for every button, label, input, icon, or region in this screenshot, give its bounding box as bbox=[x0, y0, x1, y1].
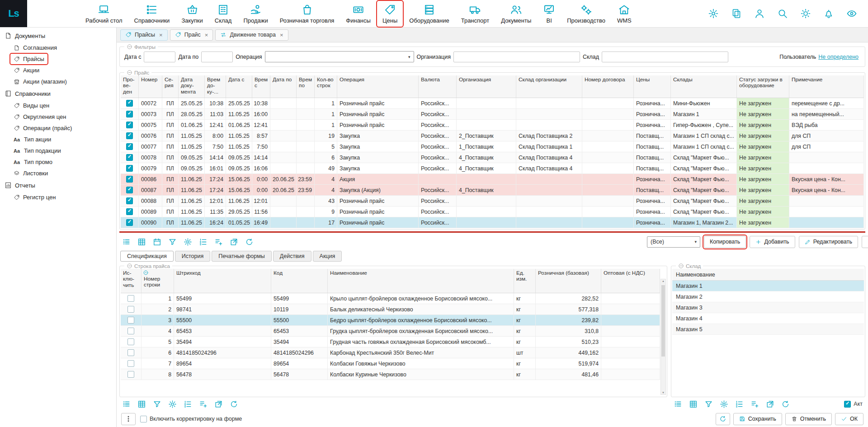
user-not-defined-link[interactable]: Не определено bbox=[818, 54, 859, 60]
nav-item-catalog[interactable]: Справочники bbox=[129, 1, 175, 26]
price-row-checkbox[interactable] bbox=[126, 187, 133, 193]
price-column-header[interactable]: Организация bbox=[457, 75, 516, 98]
detail-tab-4[interactable]: Акция bbox=[313, 251, 342, 262]
price-column-header[interactable]: Врем с bbox=[252, 75, 270, 98]
search-button[interactable] bbox=[777, 8, 788, 19]
eye-button[interactable] bbox=[846, 8, 857, 19]
price-row-checkbox[interactable] bbox=[126, 100, 133, 107]
sidebar-item-1-0[interactable]: Виды цен bbox=[0, 100, 116, 111]
ok-button[interactable]: ОК bbox=[835, 413, 863, 425]
price-column-header[interactable]: Склад организации bbox=[516, 75, 582, 98]
date-to-input[interactable] bbox=[201, 52, 233, 62]
sidebar-group-2[interactable]: Отчеты bbox=[0, 179, 116, 192]
sidebar-item-0-1[interactable]: Прайсы bbox=[0, 53, 116, 65]
warehouse-row[interactable]: Магазин 1 bbox=[672, 281, 864, 291]
sidebar-item-0-3[interactable]: Акции (магазин) bbox=[0, 76, 116, 87]
nav-item-desktop[interactable]: Рабочий стол bbox=[80, 1, 127, 26]
sidebar-item-1-6[interactable]: Листовки bbox=[0, 168, 116, 179]
table-grid-button[interactable] bbox=[689, 400, 698, 408]
price-column-header[interactable]: Кол-во строк bbox=[315, 75, 337, 98]
price-row-checkbox[interactable] bbox=[126, 176, 133, 183]
collapse-icon[interactable] bbox=[127, 44, 132, 50]
open-external-button[interactable] bbox=[230, 238, 238, 246]
sidebar-group-0[interactable]: Документы bbox=[0, 29, 116, 42]
nav-item-equipment[interactable]: Оборудование bbox=[404, 1, 454, 26]
spec-row[interactable]: 53549435494Грудная часть говяжья охлажде… bbox=[121, 337, 660, 347]
spec-row-checkbox[interactable] bbox=[127, 349, 134, 356]
add-row-button[interactable] bbox=[214, 238, 223, 246]
adjust-on-form-checkbox-input[interactable] bbox=[140, 416, 147, 422]
price-row[interactable]: 00075ПЛ01.06.2512:4101.06.2512:411Рознич… bbox=[121, 120, 864, 131]
collapse-icon[interactable] bbox=[127, 263, 132, 269]
spec-row-checkbox[interactable] bbox=[127, 360, 134, 367]
organization-input[interactable] bbox=[453, 52, 580, 62]
calendar-button[interactable] bbox=[153, 238, 161, 246]
close-tab-icon[interactable]: × bbox=[159, 32, 163, 38]
price-row-checkbox[interactable] bbox=[126, 219, 133, 226]
nav-item-price-tag[interactable]: Цены bbox=[377, 1, 402, 26]
spec-column-header[interactable]: Ис- клю- чить bbox=[121, 269, 142, 293]
detail-tab-1[interactable]: История bbox=[175, 251, 210, 262]
spec-row[interactable]: 15549955499Крыло цыплят-бройлеров охлажд… bbox=[121, 293, 660, 304]
add-button[interactable]: Добавить bbox=[750, 236, 795, 248]
adjust-on-form-checkbox[interactable]: Включить корректировку на форме bbox=[140, 416, 242, 422]
open-external-button[interactable] bbox=[214, 400, 223, 408]
settings-button[interactable] bbox=[168, 400, 177, 408]
price-row[interactable]: 00076ПЛ11.05.258:0011.05.258:5719Закупка… bbox=[121, 131, 864, 141]
refresh-button[interactable] bbox=[245, 238, 254, 246]
nav-item-basket[interactable]: Закупки bbox=[176, 1, 208, 26]
refresh-button[interactable] bbox=[781, 400, 790, 408]
price-row[interactable]: 00078ПЛ09.05.2514:1409.05.2514:146Закупк… bbox=[121, 152, 864, 163]
act-checkbox-input[interactable] bbox=[844, 401, 851, 408]
close-tab-icon[interactable]: × bbox=[280, 32, 283, 38]
user-button[interactable] bbox=[754, 8, 765, 19]
sidebar-item-1-2[interactable]: Операции (прайс) bbox=[0, 122, 116, 134]
funnel-button[interactable] bbox=[168, 238, 177, 246]
collapse-icon[interactable] bbox=[127, 70, 132, 75]
price-row-checkbox[interactable] bbox=[126, 143, 133, 150]
save-button[interactable]: Сохранить bbox=[733, 413, 782, 425]
price-row[interactable]: 00073ПЛ28.05.2511:0311.05.2516:001Рознич… bbox=[121, 109, 864, 120]
price-column-header[interactable]: Статус загрузки в оборудование bbox=[737, 75, 789, 98]
detail-tab-3[interactable]: Действия bbox=[273, 251, 311, 262]
detail-tab-0[interactable]: Спецификация bbox=[120, 251, 174, 262]
spec-scrollbar[interactable] bbox=[660, 279, 666, 395]
operation-select[interactable]: ▾ bbox=[265, 51, 414, 62]
nav-item-truck[interactable]: Транспорт bbox=[456, 1, 495, 26]
sidebar-item-0-2[interactable]: Акции bbox=[0, 65, 116, 76]
add-row-button[interactable] bbox=[199, 400, 208, 408]
nav-item-finance[interactable]: Финансы bbox=[341, 1, 376, 26]
more-actions-button[interactable] bbox=[121, 413, 136, 425]
detail-tab-2[interactable]: Печатные формы bbox=[212, 251, 272, 262]
price-row-checkbox[interactable] bbox=[126, 154, 133, 161]
price-column-header[interactable]: Се- рия bbox=[162, 75, 179, 98]
price-column-header[interactable]: Врем по bbox=[297, 75, 315, 98]
warehouse-row[interactable]: Магазин 4 bbox=[672, 313, 864, 324]
price-column-header[interactable]: Примечание bbox=[789, 75, 864, 98]
num-list-button[interactable] bbox=[199, 238, 208, 246]
list-view-button[interactable] bbox=[122, 238, 131, 246]
sidebar-item-2-0[interactable]: Регистр цен bbox=[0, 192, 116, 203]
nav-item-people[interactable]: Документы bbox=[496, 1, 536, 26]
spec-column-header[interactable]: Штрихкод bbox=[174, 269, 271, 293]
spec-row-checkbox[interactable] bbox=[127, 306, 134, 313]
nav-item-monitor[interactable]: BI bbox=[538, 1, 560, 26]
warehouse-row[interactable]: Магазин 2 bbox=[672, 291, 864, 302]
refresh-button[interactable] bbox=[716, 413, 730, 425]
add-row-button[interactable] bbox=[750, 400, 759, 408]
nav-item-wms-building[interactable]: WMS bbox=[612, 1, 637, 26]
warehouse-filter-input[interactable] bbox=[602, 52, 728, 62]
tab-2[interactable]: Движение товара× bbox=[215, 29, 288, 41]
warehouse-column-header[interactable]: Наименование bbox=[672, 269, 864, 281]
price-row[interactable]: 00086ПЛ11.06.2517:2415.06.250:0020.06.25… bbox=[121, 174, 864, 185]
nav-item-sales[interactable]: Продажи bbox=[238, 1, 273, 26]
price-row[interactable]: 00090ПЛ11.06.2516:2401.05.2516:4917Розни… bbox=[121, 217, 864, 228]
spec-column-header[interactable]: Наименование bbox=[328, 269, 514, 293]
copy-button[interactable]: Копировать bbox=[704, 236, 746, 248]
theme-sun-button[interactable] bbox=[800, 8, 811, 19]
spec-column-header[interactable]: Розничная (базовая) bbox=[536, 269, 601, 293]
price-row-checkbox[interactable] bbox=[126, 197, 133, 204]
nav-item-warehouse[interactable]: Склад bbox=[210, 1, 237, 26]
spec-row[interactable]: 78965489654Колбаски Говяжьи Черкизовокг5… bbox=[121, 358, 660, 369]
act-checkbox[interactable]: Акт bbox=[844, 401, 863, 408]
